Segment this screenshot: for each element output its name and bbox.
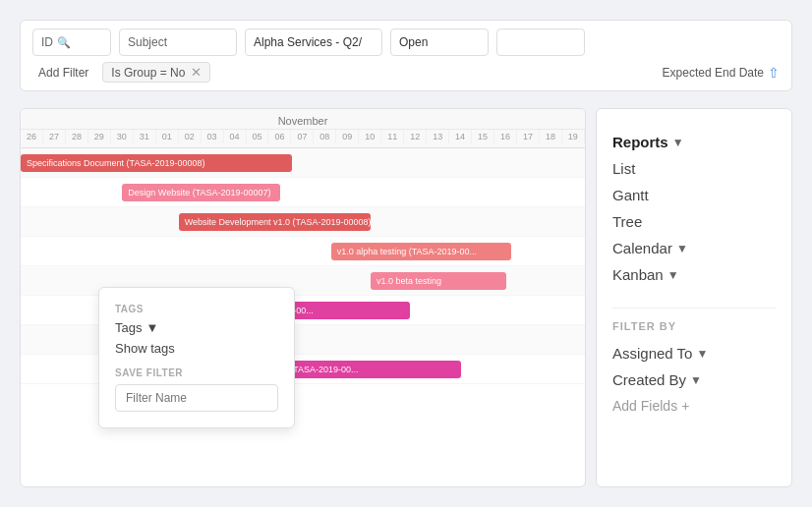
show-tags-option[interactable]: Show tags xyxy=(115,341,278,356)
search-icon: 🔍 xyxy=(57,36,71,49)
filter-name-input[interactable] xyxy=(115,384,278,412)
sidebar-item-reports[interactable]: Reports ▼ xyxy=(612,129,776,155)
sidebar-item-gantt[interactable]: Gantt xyxy=(612,182,776,208)
filter-inputs-row: ID 🔍 Subject Alpha Services - Q2/ Open xyxy=(32,28,780,56)
filter-tag-text: Is Group = No xyxy=(111,66,185,80)
views-section: Reports ▼ List Gantt Tree Calendar ▼ Kan… xyxy=(612,129,776,288)
tags-popup: TAGS Tags ▼ Show tags SAVE FILTER xyxy=(98,287,295,428)
extra-filter-input[interactable] xyxy=(496,28,585,56)
gantt-bar[interactable]: Design Website (TASA-2019-00007) xyxy=(122,184,280,201)
subject-placeholder: Subject xyxy=(128,35,167,49)
gantt-bar[interactable]: v1.0 alpha testing (TASA-2019-00... xyxy=(331,243,512,260)
add-filter-button[interactable]: Add Filter xyxy=(32,64,94,82)
right-sidebar: Reports ▼ List Gantt Tree Calendar ▼ Kan… xyxy=(596,108,792,487)
gantt-day: 27 xyxy=(43,130,66,143)
gantt-day: 10 xyxy=(359,130,381,143)
gantt-month: November xyxy=(21,113,585,129)
project-filter-input[interactable]: Alpha Services - Q2/ xyxy=(245,28,382,56)
gantt-days: 26 27 28 29 30 31 01 02 03 04 05 06 07 0… xyxy=(21,129,585,143)
sidebar-item-created-by[interactable]: Created By ▼ xyxy=(612,366,776,393)
filter-by-title: FILTER BY xyxy=(612,320,776,332)
filter-left: Add Filter Is Group = No ✕ xyxy=(32,62,210,83)
gantt-row: Website Development v1.0 (TASA-2019-0000… xyxy=(21,207,585,237)
filter-section: FILTER BY Assigned To ▼ Created By ▼ Add… xyxy=(612,320,776,419)
gantt-day: 15 xyxy=(472,130,494,143)
sort-label[interactable]: Expected End Date ⇧ xyxy=(663,65,780,81)
tree-label: Tree xyxy=(612,213,642,230)
calendar-dropdown-arrow: ▼ xyxy=(676,242,688,255)
save-filter-label: SAVE FILTER xyxy=(115,367,278,378)
gantt-bar[interactable]: v1.0 beta testing xyxy=(371,272,506,290)
kanban-label: Kanban xyxy=(612,266,664,283)
project-value: Alpha Services - Q2/ xyxy=(254,35,362,49)
gantt-day: 29 xyxy=(88,130,111,143)
filter-tag-close[interactable]: ✕ xyxy=(191,65,202,80)
gantt-day: 02 xyxy=(179,130,202,143)
add-fields-label: Add Fields xyxy=(612,398,677,414)
gantt-day: 09 xyxy=(336,130,359,143)
created-by-label: Created By xyxy=(612,371,686,388)
tags-dropdown-label: Tags xyxy=(115,320,142,335)
gantt-header: November 26 27 28 29 30 31 01 02 03 04 0… xyxy=(21,109,585,148)
gantt-day: 30 xyxy=(111,130,134,143)
add-fields-button[interactable]: Add Fields + xyxy=(612,393,776,419)
tags-dropdown[interactable]: Tags ▼ xyxy=(115,320,278,335)
sidebar-divider xyxy=(612,308,776,309)
tags-section: TAGS Tags ▼ Show tags xyxy=(115,304,278,356)
gantt-bar[interactable]: Specifications Document (TASA-2019-00008… xyxy=(21,154,292,172)
list-label: List xyxy=(612,160,635,177)
kanban-dropdown-arrow: ▼ xyxy=(667,268,679,282)
gantt-day: 05 xyxy=(247,130,269,143)
subject-filter-input[interactable]: Subject xyxy=(119,28,237,56)
status-filter-input[interactable]: Open xyxy=(390,28,489,56)
assigned-to-arrow: ▼ xyxy=(696,347,708,361)
gantt-day: 14 xyxy=(449,130,472,143)
add-icon: + xyxy=(681,398,689,414)
gantt-bar[interactable]: Website Development v1.0 (TASA-2019-0000… xyxy=(179,213,371,231)
gantt-day: 03 xyxy=(202,130,224,143)
gantt-day: 01 xyxy=(156,130,179,143)
created-by-arrow: ▼ xyxy=(690,373,702,387)
gantt-day: 08 xyxy=(314,130,336,143)
gantt-day: 26 xyxy=(21,130,43,143)
status-value: Open xyxy=(399,35,428,49)
gantt-day: 12 xyxy=(404,130,427,143)
reports-dropdown-arrow: ▼ xyxy=(672,136,684,149)
id-filter-input[interactable]: ID 🔍 xyxy=(32,28,111,56)
gantt-day: 06 xyxy=(268,130,291,143)
sidebar-item-assigned-to[interactable]: Assigned To ▼ xyxy=(612,340,776,366)
sidebar-item-kanban[interactable]: Kanban ▼ xyxy=(612,261,776,288)
gantt-day: 17 xyxy=(517,130,540,143)
gantt-day: 19 xyxy=(562,130,585,143)
gantt-day: 11 xyxy=(381,130,404,143)
sort-text: Expected End Date xyxy=(663,66,764,80)
sidebar-item-calendar[interactable]: Calendar ▼ xyxy=(612,235,776,261)
gantt-day: 07 xyxy=(291,130,314,143)
reports-label: Reports xyxy=(612,134,668,150)
gantt-day: 16 xyxy=(494,130,517,143)
sidebar-item-tree[interactable]: Tree xyxy=(612,208,776,235)
gantt-day: 18 xyxy=(540,130,562,143)
sort-arrow-icon: ⇧ xyxy=(768,65,780,81)
filter-tags-row: Add Filter Is Group = No ✕ Expected End … xyxy=(32,62,780,83)
filter-tag: Is Group = No ✕ xyxy=(102,62,210,83)
save-filter-section: SAVE FILTER xyxy=(115,367,278,412)
assigned-to-label: Assigned To xyxy=(612,345,692,362)
id-placeholder: ID xyxy=(41,35,53,49)
gantt-day: 04 xyxy=(224,130,247,143)
filter-bar: ID 🔍 Subject Alpha Services - Q2/ Open A… xyxy=(20,20,792,91)
gantt-day: 31 xyxy=(134,130,156,143)
gantt-row: Design Website (TASA-2019-00007) xyxy=(21,178,585,207)
calendar-label: Calendar xyxy=(612,240,672,256)
tags-dropdown-arrow: ▼ xyxy=(145,320,158,335)
gantt-row: Specifications Document (TASA-2019-00008… xyxy=(21,148,585,178)
gantt-label: Gantt xyxy=(612,187,649,203)
gantt-day: 13 xyxy=(427,130,449,143)
gantt-day: 28 xyxy=(66,130,88,143)
tags-section-label: TAGS xyxy=(115,304,278,314)
sidebar-item-list[interactable]: List xyxy=(612,155,776,182)
gantt-row: v1.0 alpha testing (TASA-2019-00... xyxy=(21,237,585,266)
